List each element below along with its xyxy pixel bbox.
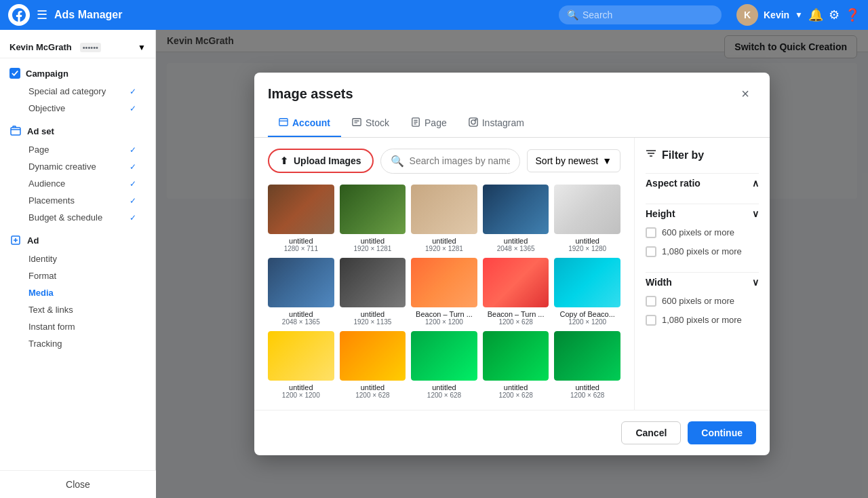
image-item[interactable]: Beacon – Turn ...1200 × 1200 [411, 258, 477, 326]
sidebar-account-chevron[interactable]: ▼ [138, 43, 146, 52]
image-dims: 1200 × 628 [340, 391, 406, 399]
image-item[interactable]: Copy of Beaco...1200 × 1200 [554, 258, 620, 326]
image-item[interactable]: untitled1920 × 1281 [411, 185, 477, 252]
search-images-container: 🔍 [380, 149, 520, 174]
height-600-checkbox[interactable] [646, 227, 656, 238]
sidebar-item-media[interactable]: Media [9, 284, 146, 301]
sidebar-item-page[interactable]: Page ✓ [9, 141, 146, 158]
image-item[interactable]: untitled1200 × 1200 [268, 331, 334, 399]
help-icon[interactable]: ❓ [845, 7, 860, 22]
image-dims: 1280 × 711 [268, 245, 334, 252]
sidebar-item-budget[interactable]: Budget & schedule ✓ [9, 209, 146, 226]
tab-stock[interactable]: Stock [341, 111, 400, 137]
sidebar-item-tracking[interactable]: Tracking [9, 335, 146, 352]
image-name: untitled [411, 383, 477, 391]
image-item[interactable]: Beacon – Turn ...1200 × 628 [483, 258, 549, 326]
sidebar-item-audience[interactable]: Audience ✓ [9, 175, 146, 192]
sidebar-item-identity[interactable]: Identity [9, 250, 146, 267]
filter-width-600[interactable]: 600 pixels or more [646, 292, 759, 311]
filter-panel: Filter by Aspect ratio ∧ He [634, 138, 770, 410]
image-name: Beacon – Turn ... [411, 310, 477, 318]
image-item[interactable]: untitled1920 × 1135 [340, 258, 406, 326]
sidebar-account[interactable]: Kevin McGrath •••••• ▼ [0, 37, 155, 58]
campaign-label: Campaign [26, 69, 68, 79]
app-name: Ads Manager [54, 9, 122, 21]
svg-rect-2 [279, 118, 288, 126]
toolbar: ⬆ Upload Images 🔍 Sort by newest ▼ [268, 149, 620, 174]
modal-footer: Cancel Continue [254, 410, 770, 455]
ad-label: Ad [27, 235, 39, 246]
check-icon: ✓ [130, 179, 136, 189]
cancel-button[interactable]: Cancel [621, 421, 681, 444]
filter-aspect-ratio: Aspect ratio ∧ [646, 173, 759, 193]
sidebar-item-special-ad[interactable]: Special ad category ✓ [9, 83, 146, 100]
sidebar-item-placements[interactable]: Placements ✓ [9, 192, 146, 209]
filter-width-title[interactable]: Width ∨ [646, 272, 759, 292]
page-tab-icon [411, 117, 420, 129]
image-dims: 2048 × 1365 [268, 318, 334, 326]
sidebar-section-campaign-title[interactable]: Campaign [9, 68, 146, 79]
modal-header: Image assets × [254, 73, 770, 105]
user-dropdown-arrow[interactable]: ▼ [795, 10, 803, 20]
aspect-ratio-chevron-icon: ∧ [752, 178, 759, 189]
user-name[interactable]: Kevin [764, 9, 789, 20]
app-body: Kevin McGrath •••••• ▼ Campaign Special … [0, 30, 868, 498]
sort-button[interactable]: Sort by newest ▼ [527, 149, 620, 172]
width-1080-checkbox[interactable] [646, 315, 656, 326]
image-name: Beacon – Turn ... [483, 310, 549, 318]
image-name: untitled [268, 383, 334, 391]
filter-height-1080[interactable]: 1,080 pixels or more [646, 242, 759, 261]
adset-label: Ad set [27, 126, 54, 136]
image-item[interactable]: untitled2048 × 1365 [268, 258, 334, 326]
upload-images-button[interactable]: ⬆ Upload Images [268, 149, 374, 173]
tab-instagram[interactable]: Instagram [458, 111, 535, 137]
image-item[interactable]: untitled1200 × 628 [483, 331, 549, 399]
continue-button[interactable]: Continue [688, 421, 756, 444]
filter-height-600[interactable]: 600 pixels or more [646, 223, 759, 242]
svg-point-7 [475, 119, 476, 119]
image-name: untitled [340, 310, 406, 318]
image-item[interactable]: untitled2048 × 1365 [483, 185, 549, 252]
sidebar-section-adset-title[interactable]: Ad set [9, 125, 146, 137]
notifications-icon[interactable]: 🔔 [808, 7, 823, 22]
sidebar-item-text-links[interactable]: Text & links [9, 301, 146, 318]
avatar[interactable]: K [736, 4, 758, 26]
sidebar-item-instant-form[interactable]: Instant form [9, 318, 146, 335]
facebook-logo[interactable] [8, 4, 30, 26]
width-600-checkbox[interactable] [646, 296, 656, 307]
tab-account[interactable]: Account [268, 111, 341, 137]
filter-height: Height ∨ 600 pixels or more 1,080 pixels… [646, 204, 759, 261]
height-1080-checkbox[interactable] [646, 246, 656, 257]
image-name: untitled [340, 383, 406, 391]
global-search[interactable]: 🔍 [559, 5, 722, 24]
image-dims: 1200 × 628 [483, 318, 549, 326]
svg-rect-3 [353, 118, 361, 126]
search-images-input[interactable] [410, 155, 510, 166]
image-name: Copy of Beaco... [554, 310, 620, 318]
image-name: untitled [268, 310, 334, 318]
image-item[interactable]: untitled1200 × 628 [340, 331, 406, 399]
sidebar-item-dynamic[interactable]: Dynamic creative ✓ [9, 158, 146, 175]
filter-aspect-ratio-title[interactable]: Aspect ratio ∧ [646, 173, 759, 193]
image-item[interactable]: untitled1920 × 1281 [340, 185, 406, 252]
filter-width-1080[interactable]: 1,080 pixels or more [646, 311, 759, 330]
search-input[interactable] [583, 9, 713, 20]
sidebar-section-ad: Ad Identity Format Media Text & links In… [0, 230, 155, 356]
image-item[interactable]: untitled1920 × 1280 [554, 185, 620, 252]
sidebar-close-btn[interactable]: Close [0, 470, 156, 498]
sidebar-section-ad-title[interactable]: Ad [9, 234, 146, 246]
image-item[interactable]: untitled1280 × 711 [268, 185, 334, 252]
campaign-checkbox [9, 68, 20, 79]
sidebar-item-format[interactable]: Format [9, 267, 146, 284]
settings-icon[interactable]: ⚙ [829, 7, 840, 22]
modal-close-button[interactable]: × [734, 83, 756, 105]
image-item[interactable]: untitled1200 × 628 [554, 331, 620, 399]
sidebar-item-objective[interactable]: Objective ✓ [9, 100, 146, 117]
hamburger-menu[interactable]: ☰ [37, 7, 47, 22]
tab-page[interactable]: Page [400, 111, 458, 137]
adset-icon [9, 125, 22, 137]
search-icon: 🔍 [567, 9, 578, 20]
image-item[interactable]: untitled1200 × 628 [411, 331, 477, 399]
sort-chevron-icon: ▼ [602, 155, 612, 166]
filter-height-title[interactable]: Height ∨ [646, 204, 759, 223]
